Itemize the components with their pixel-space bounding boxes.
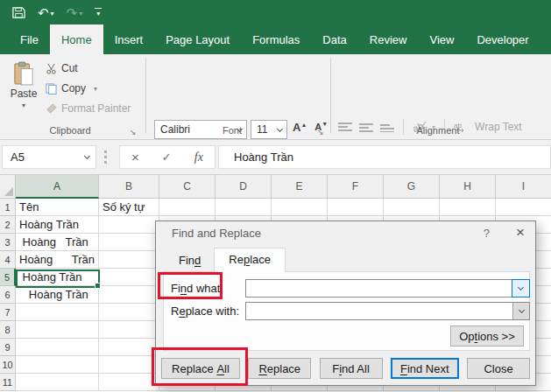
row-header-1[interactable]: 1 [0, 199, 16, 216]
cell-B5[interactable] [99, 269, 159, 286]
chevron-down-icon[interactable] [512, 303, 529, 319]
dialog-title-bar[interactable]: Find and Replace [156, 221, 535, 245]
replace-with-input[interactable] [245, 302, 530, 320]
cell-B11[interactable] [99, 374, 159, 391]
chevron-down-icon[interactable] [272, 129, 286, 131]
help-button[interactable]: ? [484, 227, 490, 240]
font-dialog-launcher-icon[interactable]: ↘ [317, 128, 324, 136]
column-header-F[interactable]: F [328, 175, 384, 199]
cell-B6[interactable] [99, 286, 159, 304]
customize-qat-button[interactable]: ▾ [95, 8, 102, 18]
row-header-2[interactable]: 2 [0, 216, 16, 234]
tab-home[interactable]: Home [50, 24, 103, 54]
cell-A10[interactable] [16, 356, 99, 374]
row-header-6[interactable]: 6 [0, 286, 16, 304]
align-bottom-icon[interactable] [380, 122, 394, 132]
cell-A7[interactable] [16, 304, 99, 321]
name-box[interactable]: A5 [2, 145, 96, 169]
undo-button[interactable]: ↶▾ [38, 6, 54, 19]
wrap-text-button[interactable]: Wrap Text [475, 121, 522, 133]
column-header-D[interactable]: D [215, 175, 272, 199]
row-header-11[interactable]: 11 [0, 374, 16, 391]
replace-button[interactable]: Replace [248, 358, 311, 379]
format-painter-button[interactable]: Format Painter [46, 102, 131, 115]
formula-bar-splitter[interactable] [104, 150, 107, 164]
cell-B7[interactable] [99, 304, 159, 321]
find-what-input[interactable] [245, 279, 530, 298]
replace-all-button[interactable]: Replace All [161, 358, 240, 379]
cell-B2[interactable] [99, 216, 159, 234]
cell-H1[interactable] [440, 199, 496, 216]
cell-B4[interactable] [99, 251, 159, 269]
row-header-3[interactable]: 3 [0, 234, 16, 251]
row-header-8[interactable]: 8 [0, 321, 16, 339]
find-next-button[interactable]: Find Next [391, 358, 459, 379]
cut-button[interactable]: Cut [46, 62, 78, 74]
row-header-10[interactable]: 10 [0, 356, 16, 374]
cell-A2[interactable]: Hoàng Trần [16, 216, 99, 234]
cut-icon [46, 63, 57, 74]
chevron-down-icon[interactable] [512, 279, 530, 298]
tab-data[interactable]: Data [311, 24, 357, 54]
row-header-5[interactable]: 5 [0, 269, 16, 286]
select-all-corner[interactable] [0, 175, 16, 199]
cancel-icon[interactable]: × [131, 150, 139, 164]
tab-review[interactable]: Review [358, 24, 419, 54]
align-top-icon[interactable] [338, 122, 352, 132]
find-all-button[interactable]: Find All [320, 358, 383, 379]
cell-A8[interactable] [16, 321, 99, 339]
increase-font-size-button[interactable]: A▲ [293, 121, 307, 134]
tab-file[interactable]: File [9, 24, 50, 54]
paste-label: Paste [11, 88, 38, 100]
cell-A5[interactable]: Hoàng Trần [16, 269, 99, 286]
tab-view[interactable]: View [418, 24, 465, 54]
cell-B9[interactable] [99, 339, 159, 356]
cell-I1[interactable] [496, 199, 551, 216]
tab-developer[interactable]: Developer [465, 24, 540, 54]
cell-G1[interactable] [384, 199, 440, 216]
cell-A11[interactable] [16, 374, 99, 391]
row-header-9[interactable]: 9 [0, 339, 16, 356]
align-middle-icon[interactable] [359, 122, 373, 132]
redo-button[interactable]: ↷▾ [67, 6, 83, 19]
tab-formulas[interactable]: Formulas [241, 24, 311, 54]
tab-help[interactable]: Help [540, 24, 551, 54]
column-header-A[interactable]: A [16, 175, 99, 199]
tab-insert[interactable]: Insert [103, 24, 155, 54]
tab-page-layout[interactable]: Page Layout [154, 24, 241, 54]
cell-D1[interactable] [215, 199, 272, 216]
cell-B10[interactable] [99, 356, 159, 374]
cell-A4[interactable]: Hoàng Trần [16, 251, 99, 269]
clipboard-dialog-launcher-icon[interactable]: ↘ [130, 128, 137, 136]
cell-B1[interactable]: Số ký tự [99, 199, 159, 216]
save-button[interactable] [12, 6, 25, 19]
insert-function-icon[interactable]: fx [194, 150, 203, 164]
column-header-C[interactable]: C [159, 175, 215, 199]
column-header-G[interactable]: G [384, 175, 440, 199]
column-header-B[interactable]: B [99, 175, 159, 199]
column-header-H[interactable]: H [440, 175, 496, 199]
row-header-4[interactable]: 4 [0, 251, 16, 269]
cell-A1[interactable]: Tên [16, 199, 99, 216]
column-header-I[interactable]: I [496, 175, 551, 199]
row-header-7[interactable]: 7 [0, 304, 16, 321]
close-button[interactable]: Close [467, 358, 530, 379]
options-button[interactable]: Options >> [450, 326, 524, 346]
copy-button[interactable]: Copy ▾ [46, 82, 97, 94]
cell-A6[interactable]: Hoàng Trần [16, 286, 99, 304]
tab-find[interactable]: Find [166, 250, 214, 271]
enter-check-icon[interactable]: ✓ [162, 150, 172, 164]
cell-A3[interactable]: Hoàng Trần [16, 234, 99, 251]
chevron-down-icon[interactable] [78, 156, 95, 158]
close-icon[interactable]: × [516, 224, 525, 242]
paste-button[interactable]: Paste ▾ [7, 61, 40, 124]
column-header-E[interactable]: E [272, 175, 328, 199]
cell-B3[interactable] [99, 234, 159, 251]
cell-E1[interactable] [272, 199, 328, 216]
formula-input[interactable]: Hoàng Trần [218, 145, 551, 169]
tab-replace[interactable]: Replace [214, 248, 286, 272]
cell-F1[interactable] [328, 199, 384, 216]
cell-B8[interactable] [99, 321, 159, 339]
cell-A9[interactable] [16, 339, 99, 356]
cell-C1[interactable] [159, 199, 215, 216]
